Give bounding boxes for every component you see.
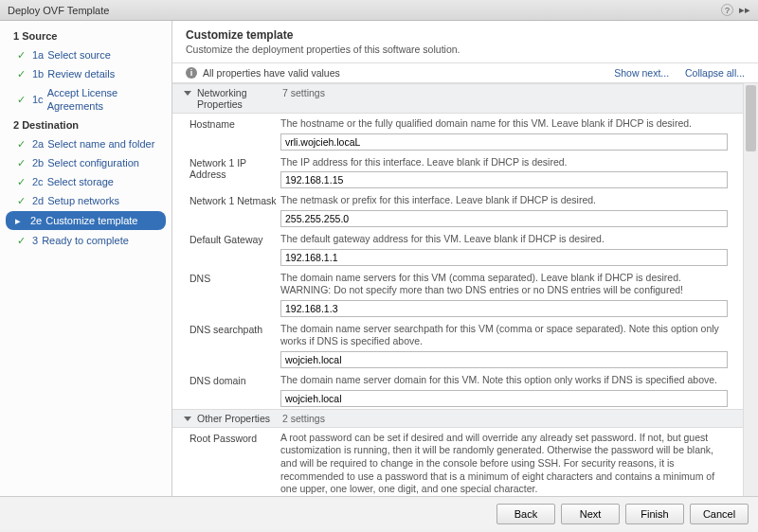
scrollbar-thumb[interactable] <box>746 85 756 151</box>
netmask-input[interactable] <box>280 210 728 227</box>
collapse-icon <box>184 91 191 96</box>
prop-hostname: Hostname The hostname or the fully quali… <box>172 114 758 152</box>
hostname-input[interactable] <box>280 133 728 151</box>
back-button[interactable]: Back <box>496 504 555 524</box>
validation-row: i All properties have valid values Show … <box>172 62 758 83</box>
check-icon: ✓ <box>17 93 30 106</box>
step-select-name-folder[interactable]: ✓2aSelect name and folder <box>0 134 171 153</box>
collapse-icon <box>184 417 191 421</box>
step-setup-networks[interactable]: ✓2dSetup networks <box>0 191 171 210</box>
validation-message: All properties have valid values <box>203 67 340 79</box>
prop-default-gateway: Default Gateway The default gateway addr… <box>172 229 758 268</box>
prop-dns: DNS The domain name servers for this VM … <box>172 268 758 319</box>
section-networking-properties[interactable]: Networking Properties 7 settings <box>172 83 758 114</box>
step-group-destination: 2 Destination <box>0 115 171 134</box>
chevron-right-icon: ▸ <box>15 214 28 227</box>
gateway-input[interactable] <box>280 249 728 266</box>
check-icon: ✓ <box>17 194 30 207</box>
step-select-configuration[interactable]: ✓2bSelect configuration <box>0 153 171 172</box>
next-button[interactable]: Next <box>561 504 620 524</box>
pin-icon[interactable]: ▸▸ <box>739 4 750 16</box>
show-next-link[interactable]: Show next... <box>614 67 669 79</box>
step-ready-to-complete[interactable]: ✓3Ready to complete <box>0 231 171 250</box>
page-subtitle: Customize the deployment properties of t… <box>186 44 745 55</box>
vertical-scrollbar[interactable] <box>743 83 758 496</box>
step-select-source[interactable]: ✓1aSelect source <box>0 45 171 64</box>
step-select-storage[interactable]: ✓2cSelect storage <box>0 172 171 191</box>
ip-input[interactable] <box>280 171 728 188</box>
prop-network1-ip: Network 1 IP Address The IP address for … <box>172 152 758 191</box>
step-group-source: 1 Source <box>0 27 171 45</box>
dnsdomain-input[interactable] <box>280 390 728 407</box>
cancel-button[interactable]: Cancel <box>690 504 749 524</box>
check-icon: ✓ <box>17 156 30 169</box>
step-review-details[interactable]: ✓1bReview details <box>0 64 171 83</box>
wizard-steps-sidebar: 1 Source ✓1aSelect source ✓1bReview deta… <box>0 21 172 496</box>
step-customize-template[interactable]: ▸2eCustomize template <box>6 211 166 230</box>
window-title: Deploy OVF Template <box>8 5 109 16</box>
check-icon: ✓ <box>17 234 30 247</box>
prop-network1-netmask: Network 1 Netmask The netmask or prefix … <box>172 190 758 229</box>
finish-button[interactable]: Finish <box>625 504 684 524</box>
wizard-footer: Back Next Finish Cancel <box>0 496 758 530</box>
dns-input[interactable] <box>280 300 728 317</box>
help-icon[interactable]: ? <box>721 4 733 16</box>
prop-dns-domain: DNS domain The domain name server domain… <box>172 370 758 409</box>
check-icon: ✓ <box>17 48 30 62</box>
prop-root-password: Root Password A root password can be set… <box>172 428 758 496</box>
page-title: Customize template <box>186 28 745 42</box>
form-scroll-area: Networking Properties 7 settings Hostnam… <box>172 83 758 496</box>
info-icon: i <box>186 67 197 79</box>
collapse-all-link[interactable]: Collapse all... <box>685 67 745 79</box>
check-icon: ✓ <box>17 175 30 188</box>
titlebar: Deploy OVF Template ? ▸▸ <box>0 0 758 21</box>
searchpath-input[interactable] <box>280 351 728 368</box>
check-icon: ✓ <box>17 67 30 80</box>
main-header: Customize template Customize the deploym… <box>172 21 758 59</box>
check-icon: ✓ <box>17 137 30 151</box>
section-other-properties[interactable]: Other Properties 2 settings <box>172 409 758 428</box>
prop-dns-searchpath: DNS searchpath The domain name server se… <box>172 319 758 370</box>
step-accept-license[interactable]: ✓1cAccept License Agreements <box>0 83 171 115</box>
